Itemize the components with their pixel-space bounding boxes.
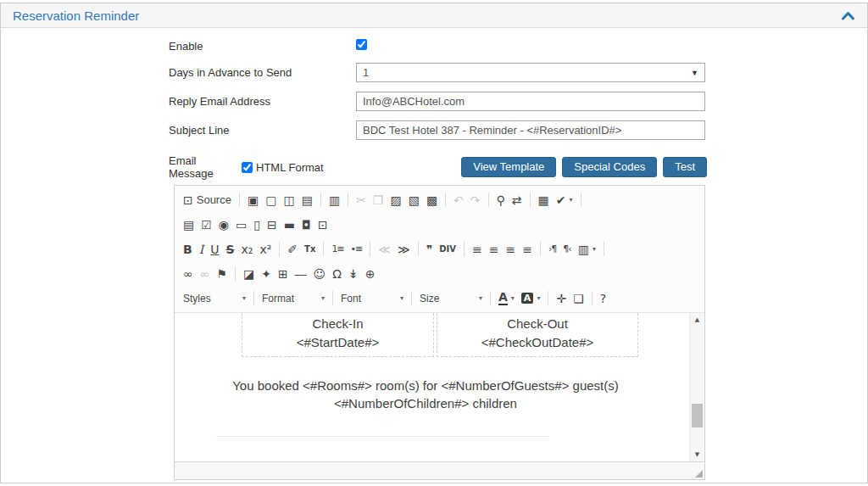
justify-icon: ≡	[522, 243, 532, 255]
toolbar-row-document: ⊡Source▣▢◫▤▥✂❐▨▧▩↶↷⚲⇄▦✔▾	[180, 187, 699, 212]
toolbar-separator	[530, 193, 531, 207]
text-direction-rtl-button[interactable]: ¶‹	[560, 239, 573, 260]
maximize-button[interactable]: ✛	[554, 288, 569, 309]
anchor-button[interactable]: ⚑	[214, 264, 230, 284]
superscript-button[interactable]: x²	[257, 239, 274, 260]
link-button[interactable]: ∞	[181, 264, 196, 284]
hidden-field-button[interactable]: ⊡	[315, 215, 331, 235]
strikethrough-button[interactable]: S	[223, 239, 236, 260]
view-template-button[interactable]: View Template	[461, 157, 556, 177]
html-format-checkbox[interactable]	[242, 162, 253, 173]
subscript-button[interactable]: x₂	[239, 239, 256, 260]
text-direction-ltr-button[interactable]: ›¶	[546, 239, 559, 260]
days-in-advance-select[interactable]: 1 ▼	[356, 63, 705, 82]
decrease-indent-icon: ≪	[378, 243, 391, 255]
select-all-button[interactable]: ▦	[536, 190, 552, 210]
panel-title: Reservation Reminder	[13, 8, 139, 23]
button-field-icon: ▬	[284, 219, 295, 231]
form-button[interactable]: ▤	[181, 215, 197, 235]
underline-button[interactable]: U	[208, 239, 221, 260]
language-button[interactable]: ▥▾	[576, 239, 598, 260]
reply-email-input[interactable]	[356, 92, 705, 111]
image-button[interactable]: ◪	[241, 264, 257, 284]
editor-scrollbar[interactable]: ▲ ▼	[689, 313, 704, 461]
paste-button[interactable]: ▨	[387, 190, 403, 210]
scroll-up-arrow-icon[interactable]: ▲	[690, 313, 704, 327]
editor-content-area[interactable]: Check-In <#StartDate#> Check-Out <#Check…	[175, 313, 704, 461]
subscript-icon: x₂	[242, 243, 253, 255]
paragraph-format-dropdown-label: Format	[262, 293, 294, 304]
special-codes-button[interactable]: Special Codes	[562, 157, 657, 177]
enable-checkbox[interactable]	[356, 39, 367, 50]
bulleted-list-button[interactable]: •≡	[348, 239, 365, 260]
checkbox-field-button[interactable]: ☑	[198, 215, 214, 235]
horizontal-rule-button[interactable]: ―	[292, 264, 309, 284]
font-name-dropdown[interactable]: Font▾	[337, 293, 407, 304]
panel-body: Enable Days in Advance to Send 1 ▼ Reply…	[1, 28, 867, 480]
booking-summary-paragraph: You booked <#Rooms#> room(s) for <#Numbe…	[175, 377, 676, 412]
italic-button[interactable]: I	[197, 239, 207, 260]
font-size-dropdown[interactable]: Size▾	[416, 293, 486, 304]
test-button[interactable]: Test	[663, 157, 707, 177]
resize-handle[interactable]	[695, 470, 703, 478]
new-page-button[interactable]: ▢	[263, 190, 279, 210]
copy-formatting-button[interactable]: ✐	[285, 239, 300, 260]
font-name-dropdown-label: Font	[341, 293, 361, 304]
styles-dropdown-label: Styles	[183, 293, 211, 304]
iframe-button[interactable]: ⊕	[363, 264, 378, 284]
save-button[interactable]: ▣	[245, 190, 261, 210]
paste-as-text-icon: ▧	[409, 194, 420, 206]
replace-button[interactable]: ⇄	[509, 190, 525, 210]
justify-button[interactable]: ≡	[520, 239, 535, 260]
textarea-field-button[interactable]: ▯	[251, 215, 263, 235]
paste-as-text-button[interactable]: ▧	[406, 190, 422, 210]
text-field-button[interactable]: ▭	[233, 215, 249, 235]
find-button[interactable]: ⚲	[494, 190, 508, 210]
numbered-list-button[interactable]: 1≡	[329, 239, 346, 260]
link-icon: ∞	[183, 268, 193, 280]
templates-button[interactable]: ▥	[326, 190, 342, 210]
text-color-button[interactable]: A▾	[496, 288, 517, 309]
show-blocks-button[interactable]: ❏	[570, 288, 587, 309]
table-button[interactable]: ⊞	[275, 264, 291, 284]
spell-check-button[interactable]: ✔▾	[554, 190, 576, 210]
about-button[interactable]: ?	[598, 288, 609, 309]
print-button[interactable]: ▤	[299, 190, 315, 210]
source-button-label: Source	[197, 193, 231, 206]
smiley-button[interactable]: ☺	[311, 264, 329, 284]
toolbar-separator	[320, 193, 321, 207]
chevron-up-icon	[841, 10, 855, 21]
special-character-button[interactable]: Ω	[330, 264, 344, 284]
blockquote-button[interactable]: ❞	[424, 239, 436, 260]
preview-button[interactable]: ◫	[281, 190, 297, 210]
image-button-button[interactable]: ◘	[299, 215, 314, 235]
scrollbar-thumb[interactable]	[692, 404, 703, 427]
paste-icon: ▨	[390, 194, 401, 206]
increase-indent-button[interactable]: ≫	[395, 239, 413, 260]
collapse-panel-button[interactable]	[841, 10, 855, 21]
align-left-button[interactable]: ≡	[470, 239, 485, 260]
flash-button[interactable]: ✦	[259, 264, 274, 284]
align-center-button[interactable]: ≡	[487, 239, 502, 260]
page-break-button[interactable]: ↡	[346, 264, 361, 284]
scroll-down-arrow-icon[interactable]: ▼	[690, 448, 704, 461]
smiley-icon: ☺	[314, 268, 326, 280]
source-button[interactable]: ⊡Source	[181, 190, 234, 210]
remove-format-button[interactable]: Tx	[302, 239, 318, 260]
check-in-code: <#StartDate#>	[242, 333, 433, 352]
paragraph-format-dropdown[interactable]: Format▾	[259, 293, 328, 304]
button-field-button[interactable]: ▬	[281, 215, 298, 235]
create-div-button[interactable]: DIV	[437, 239, 459, 260]
bold-button[interactable]: B	[181, 239, 195, 260]
subject-line-input[interactable]	[356, 120, 705, 140]
check-in-title: Check-In	[242, 315, 433, 333]
align-right-button[interactable]: ≡	[503, 239, 518, 260]
background-color-button[interactable]: A▾	[519, 288, 543, 309]
styles-dropdown[interactable]: Styles▾	[180, 293, 249, 304]
chevron-down-icon: ▾	[242, 294, 246, 302]
radio-button-button[interactable]: ◉	[216, 215, 231, 235]
toolbar-separator	[540, 242, 541, 256]
replace-icon: ⇄	[512, 194, 522, 206]
paste-from-word-button[interactable]: ▩	[424, 190, 440, 210]
select-field-button[interactable]: ⊟	[264, 215, 280, 235]
